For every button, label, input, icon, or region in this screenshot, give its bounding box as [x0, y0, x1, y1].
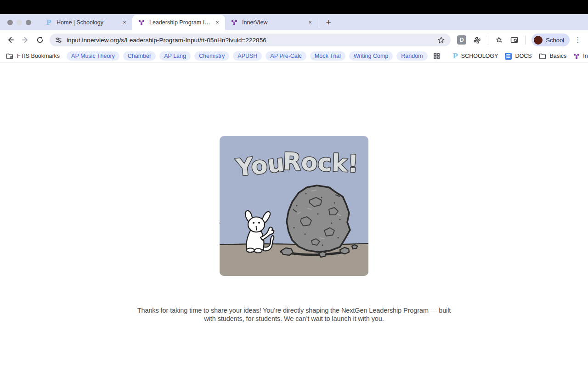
- dog: [245, 211, 274, 253]
- tab-title: Home | Schoology: [57, 19, 118, 26]
- close-window-button[interactable]: [7, 20, 13, 25]
- new-tab-button[interactable]: +: [322, 16, 335, 29]
- illustration-word2: Rock!: [283, 147, 359, 178]
- you-rock-illustration: You Rock!: [220, 136, 368, 276]
- tab-divider: [319, 18, 319, 27]
- bookmark-star-icon[interactable]: [437, 36, 445, 44]
- innerview-icon: [231, 19, 238, 26]
- tab-groups-grid-icon[interactable]: [433, 53, 440, 60]
- bookmark-folder-basics[interactable]: Basics: [539, 53, 567, 59]
- back-button[interactable]: [4, 33, 17, 47]
- schoology-icon: P: [45, 19, 52, 26]
- profile-name: School: [546, 37, 564, 44]
- bookmark-label: InnerView: [583, 53, 588, 59]
- tab-title: Leadership Program Input: [149, 19, 210, 26]
- url-text[interactable]: input.innerview.org/s/Leadership-Program…: [67, 37, 434, 44]
- bookmark-schoology[interactable]: P SCHOOLOGY: [453, 52, 498, 60]
- bookmarks-sparkle-icon[interactable]: [492, 33, 506, 47]
- window-controls: [0, 20, 40, 30]
- thank-you-caption: Thanks for taking time to share your ide…: [132, 307, 456, 323]
- forward-button[interactable]: [18, 33, 32, 47]
- page-content: You Rock!: [0, 63, 588, 382]
- bookmarks-bar: FTIS Bookmarks AP Music Theory Chamber A…: [0, 50, 588, 63]
- tab-group-ap-pre-calc[interactable]: AP Pre-Calc: [266, 51, 306, 61]
- tab-strip: P Home | Schoology × Leadership Program …: [0, 14, 588, 30]
- tab-group-apush[interactable]: APUSH: [233, 51, 262, 61]
- tab-innerview[interactable]: InnerView ×: [225, 15, 318, 30]
- side-search-icon[interactable]: [507, 33, 521, 47]
- innerview-icon: [138, 19, 145, 26]
- browser-window: P Home | Schoology × Leadership Program …: [0, 0, 588, 382]
- managed-bookmarks-folder[interactable]: FTIS Bookmarks: [6, 53, 60, 59]
- docs-icon: [505, 53, 512, 60]
- innerview-icon: [573, 53, 580, 59]
- top-black-bar: [0, 0, 588, 14]
- folder-icon: [539, 53, 547, 59]
- tab-title: InnerView: [242, 19, 303, 26]
- tab-leadership-program-input[interactable]: Leadership Program Input ×: [132, 15, 225, 30]
- bookmark-docs[interactable]: DOCS: [505, 53, 531, 60]
- extensions-puzzle-icon[interactable]: [470, 33, 484, 47]
- tab-group-writing-comp[interactable]: Writing Comp: [349, 51, 393, 61]
- zoom-window-button[interactable]: [26, 20, 31, 25]
- tab-group-ap-music-theory[interactable]: AP Music Theory: [67, 51, 119, 61]
- illustration-word1: You: [234, 149, 286, 182]
- schoology-icon: P: [453, 52, 458, 60]
- close-tab-icon[interactable]: ×: [213, 18, 221, 27]
- managed-bookmarks-label: FTIS Bookmarks: [17, 53, 60, 59]
- close-tab-icon[interactable]: ×: [120, 18, 129, 27]
- toolbar: input.innerview.org/s/Leadership-Program…: [0, 30, 588, 50]
- extension-d-icon[interactable]: D: [457, 35, 466, 45]
- site-settings-icon[interactable]: [55, 37, 62, 44]
- close-tab-icon[interactable]: ×: [306, 18, 314, 27]
- tab-group-mock-trial[interactable]: Mock Trial: [310, 51, 345, 61]
- toolbar-divider: [525, 35, 526, 45]
- browser-menu-icon[interactable]: ⋮: [572, 34, 583, 45]
- toolbar-divider: [488, 35, 488, 45]
- reload-button[interactable]: [33, 33, 47, 47]
- profile-chip[interactable]: School: [531, 34, 570, 46]
- tab-group-random[interactable]: Random: [396, 51, 427, 61]
- bookmark-label: SCHOOLOGY: [461, 53, 498, 59]
- bookmark-label: Basics: [550, 53, 567, 59]
- minimize-window-button[interactable]: [17, 20, 22, 25]
- profile-avatar: [534, 36, 543, 45]
- bookmark-label: DOCS: [515, 53, 531, 59]
- tab-group-chemistry[interactable]: Chemistry: [194, 51, 229, 61]
- tab-home-schoology[interactable]: P Home | Schoology ×: [40, 15, 132, 30]
- tab-group-ap-lang[interactable]: AP Lang: [159, 51, 191, 61]
- bookmark-innerview[interactable]: InnerView: [573, 53, 588, 59]
- address-bar[interactable]: input.innerview.org/s/Leadership-Program…: [50, 34, 451, 46]
- tab-group-chamber[interactable]: Chamber: [123, 51, 156, 61]
- boulder: [287, 185, 350, 252]
